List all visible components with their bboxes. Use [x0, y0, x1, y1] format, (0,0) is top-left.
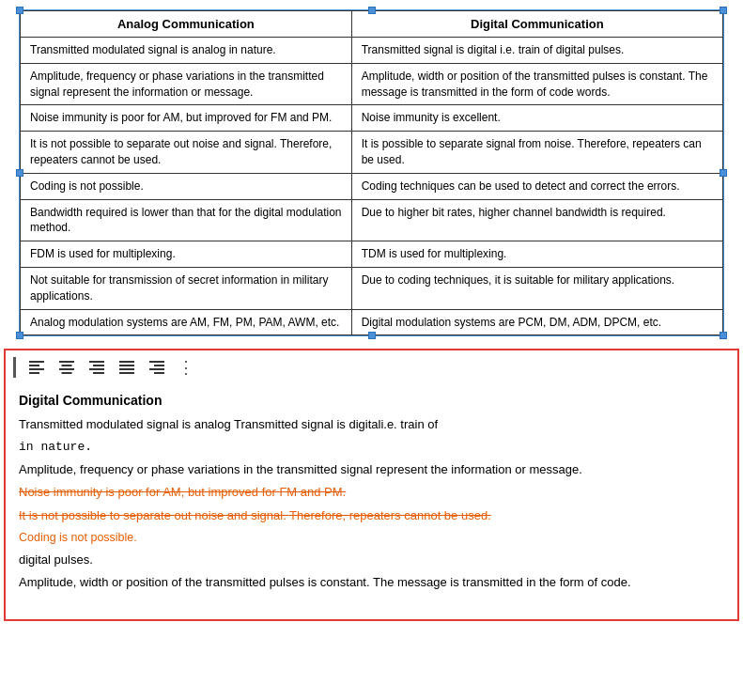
table-row: Transmitted modulated signal is analog i… — [21, 38, 723, 64]
table-row: FDM is used for multiplexing.TDM is used… — [21, 241, 723, 268]
align-right-button[interactable] — [144, 354, 170, 381]
comparison-table: Analog Communication Digital Communicati… — [20, 10, 723, 335]
editor-line: It is not possible to separate out noise… — [19, 506, 724, 526]
table-cell-col2: It is possible to separate signal from n… — [351, 132, 722, 174]
table-cell-col1: Noise immunity is poor for AM, but impro… — [21, 105, 352, 132]
svg-rect-12 — [119, 361, 134, 363]
handle-mid-right[interactable] — [720, 169, 727, 177]
editor-section[interactable]: ⋮ Digital CommunicationTransmitted modul… — [4, 349, 739, 621]
svg-rect-4 — [59, 361, 74, 363]
svg-rect-1 — [29, 365, 39, 366]
table-cell-col1: It is not possible to separate out noise… — [21, 132, 352, 174]
svg-rect-14 — [119, 368, 134, 370]
handle-top-left[interactable] — [16, 7, 23, 14]
svg-rect-11 — [93, 372, 104, 374]
table-cell-col2: Noise immunity is excellent. — [351, 105, 722, 132]
table-row: Coding is not possible.Coding techniques… — [21, 173, 723, 199]
svg-rect-10 — [89, 368, 104, 370]
table-cell-col1: Amplitude, frequency or phase variations… — [21, 63, 352, 105]
table-cell-col1: Not suitable for transmission of secret … — [21, 267, 352, 309]
table-cell-col1: Analog modulation systems are AM, FM, PM… — [21, 309, 352, 335]
svg-rect-13 — [119, 365, 134, 366]
table-cell-col1: Coding is not possible. — [21, 173, 352, 199]
col1-header: Analog Communication — [21, 11, 352, 38]
handle-bottom-left[interactable] — [16, 332, 23, 339]
toolbar-divider — [13, 357, 16, 378]
table-row: Noise immunity is poor for AM, but impro… — [21, 105, 723, 132]
svg-rect-8 — [89, 361, 104, 363]
table-cell-col1: Transmitted modulated signal is analog i… — [21, 38, 352, 64]
table-cell-col1: Bandwidth required is lower than that fo… — [21, 199, 352, 241]
svg-rect-0 — [29, 361, 44, 363]
table-cell-col2: Amplitude, width or position of the tran… — [351, 63, 722, 105]
editor-toolbar: ⋮ — [6, 350, 737, 384]
table-cell-col2: Digital modulation systems are PCM, DM, … — [351, 309, 722, 335]
col2-header: Digital Communication — [351, 11, 722, 38]
editor-line: digital pulses. — [19, 550, 724, 570]
handle-bottom-right[interactable] — [720, 332, 727, 339]
justify-button[interactable] — [114, 354, 140, 381]
table-cell-col2: Due to higher bit rates, higher channel … — [351, 199, 722, 241]
editor-line: in nature. — [19, 437, 724, 458]
table-cell-col2: TDM is used for multiplexing. — [351, 241, 722, 268]
svg-rect-6 — [59, 368, 74, 370]
indent-button[interactable] — [84, 354, 110, 381]
table-row: Bandwidth required is lower than that fo… — [21, 199, 723, 241]
table-cell-col2: Coding techniques can be used to detect … — [351, 173, 722, 199]
editor-line: Transmitted modulated signal is analog T… — [19, 414, 724, 435]
handle-top-right[interactable] — [720, 7, 727, 14]
table-row: Amplitude, frequency or phase variations… — [21, 63, 723, 105]
svg-rect-18 — [149, 368, 164, 370]
svg-rect-17 — [154, 365, 164, 366]
svg-rect-7 — [62, 372, 72, 374]
editor-content[interactable]: Digital CommunicationTransmitted modulat… — [6, 384, 737, 604]
svg-rect-19 — [154, 372, 164, 374]
svg-rect-5 — [62, 365, 72, 366]
editor-line: Amplitude, width or position of the tran… — [19, 572, 724, 593]
svg-rect-16 — [149, 361, 164, 363]
editor-line: Noise immunity is poor for AM, but impro… — [19, 482, 724, 503]
handle-mid-left[interactable] — [16, 169, 23, 177]
table-row: Not suitable for transmission of secret … — [21, 267, 723, 309]
editor-line: Amplitude, frequency or phase variations… — [19, 459, 724, 480]
svg-rect-2 — [29, 368, 44, 370]
table-row: It is not possible to separate out noise… — [21, 132, 723, 174]
table-cell-col2: Due to coding techniques, it is suitable… — [351, 267, 722, 309]
handle-bottom-mid[interactable] — [368, 332, 376, 339]
table-wrapper: Analog Communication Digital Communicati… — [19, 9, 724, 336]
svg-rect-9 — [93, 365, 104, 366]
table-cell-col1: FDM is used for multiplexing. — [21, 241, 352, 268]
editor-line: Digital Communication — [19, 390, 724, 412]
table-cell-col2: Transmitted signal is digital i.e. train… — [351, 38, 722, 64]
more-options-button[interactable]: ⋮ — [178, 357, 194, 378]
align-center-button[interactable] — [54, 354, 80, 381]
svg-rect-3 — [29, 372, 39, 374]
svg-rect-15 — [119, 372, 134, 374]
table-section: Analog Communication Digital Communicati… — [0, 0, 743, 349]
editor-line: Coding is not possible. — [19, 528, 724, 548]
handle-top-mid[interactable] — [368, 7, 376, 14]
align-left-button[interactable] — [23, 354, 50, 381]
